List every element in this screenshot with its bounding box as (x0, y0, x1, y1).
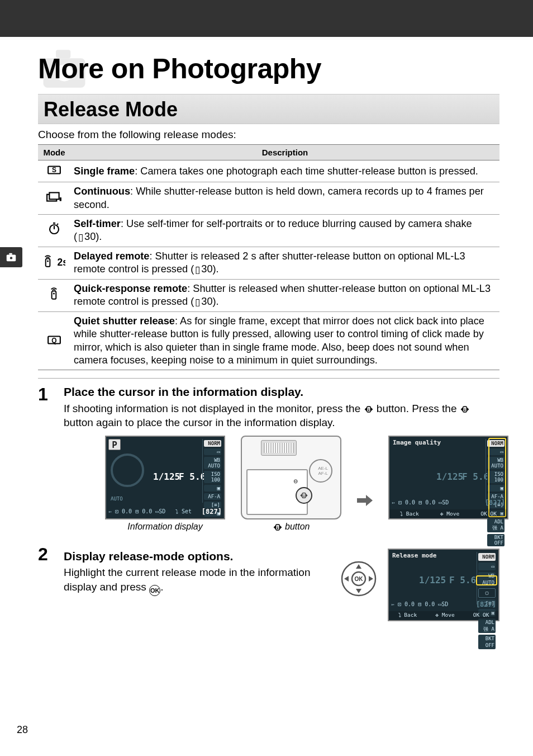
lcd-shutter-dim: 1/125 (436, 471, 463, 482)
chapter-title: More on Photography (38, 53, 499, 85)
th-desc: Description (70, 145, 499, 160)
svg-rect-9 (49, 192, 59, 199)
info-button-icon (364, 405, 374, 413)
step1-figures: P 1/125 F 5.6 AUTO NORM ▭ WB AUTO ISO 10… (105, 436, 499, 532)
mode-icon-selftimer (38, 214, 70, 247)
camera-viewfinder (261, 440, 297, 456)
step-2: 2 Display release-mode options. Highligh… (38, 544, 499, 621)
svg-point-13 (47, 260, 49, 262)
lcd-info-display: P 1/125 F 5.6 AUTO NORM ▭ WB AUTO ISO 10… (105, 436, 225, 519)
row-desc: Delayed remote: Shutter is released 2 s … (70, 247, 499, 279)
chapter-title-text: More on Photography (38, 53, 321, 84)
th-mode: Mode (38, 145, 70, 160)
arrow-icon (357, 495, 373, 506)
lcd-fnumber-dim: F 5.6 (449, 574, 476, 587)
svg-point-16 (53, 292, 55, 294)
step-text: If shooting information is not displayed… (64, 401, 499, 430)
book-icon: ▯ (77, 232, 84, 243)
section-title: Release Mode (38, 94, 499, 124)
svg-point-26 (303, 494, 304, 495)
lcd-bottom-row: ➳ ⊡ 0.0 ⊟ 0.0 ▭SD ⤵ Set [827] (108, 506, 222, 517)
info-button-on-camera (296, 487, 312, 504)
svg-point-20 (368, 408, 369, 409)
svg-text:Q: Q (51, 336, 56, 344)
svg-point-23 (464, 408, 465, 409)
intro-text: Choose from the following release modes: (38, 129, 499, 141)
table-row: Quick-response remote: Shutter is releas… (38, 280, 499, 312)
step-text: Highlight the current release mode in th… (64, 565, 330, 596)
lcd-footer: ⤵ Back ✥ Move OK OK (389, 611, 498, 620)
lcd-mode-dial: P (108, 439, 121, 450)
figure-caption: Information display (105, 522, 225, 532)
table-row: S Single frame: Camera takes one photogr… (38, 160, 499, 182)
mode-icon-quick-remote (38, 280, 70, 312)
lcd-right-col: NORM ▭ WB AUTO ISO 100 ▣ AF-A [≡] ▣ (202, 439, 222, 503)
step-number: 1 (38, 385, 54, 430)
svg-point-29 (277, 526, 278, 527)
release-mode-table: Mode Description S Single frame: Camera … (38, 144, 499, 370)
svg-rect-12 (46, 259, 50, 267)
lcd-bottom-row: ➳ ⊡ 0.0 ⊟ 0.0 ▭SD [827] (391, 599, 496, 610)
lcd-exposure-dial (111, 453, 144, 487)
step-1: 1 Place the cursor in the information di… (38, 384, 499, 430)
page-number: 28 (17, 724, 28, 736)
svg-rect-2 (9, 253, 12, 255)
mode-icon-continuous (38, 182, 70, 215)
svg-rect-15 (52, 291, 56, 299)
lcd-bottom-row: ➳ ⊡ 0.0 ⊟ 0.0 ▭SD [827] (392, 497, 505, 508)
row-desc: Quiet shutter release: As for single fra… (70, 312, 499, 370)
figure-info-display: P 1/125 F 5.6 AUTO NORM ▭ WB AUTO ISO 10… (105, 436, 225, 532)
mode-icon-quiet: Q (38, 312, 70, 370)
svg-rect-30 (277, 527, 278, 529)
svg-text:OK: OK (355, 576, 364, 582)
book-icon: ▯ (194, 264, 201, 275)
row-desc: Self-timer: Use self-timer for self-port… (70, 214, 499, 247)
lcd-image-quality: Image quality 1/125 F 5.6 NORM ▭ WB AUTO… (388, 436, 508, 519)
step-heading: Display release-mode options. (64, 549, 330, 564)
table-row: Q Quiet shutter release: As for single f… (38, 312, 499, 370)
lcd-shutter-dim: 1/125 (419, 574, 446, 587)
row-desc: Single frame: Camera takes one photograp… (70, 160, 499, 182)
book-icon: ▯ (194, 297, 201, 308)
lcd-release-mode: Release mode 1/125 F 5.6 NORM ▭ WB AUTO … (388, 549, 499, 621)
mode-icon-single: S (38, 160, 70, 182)
section-title-text: Release Mode (44, 98, 178, 121)
camera-icon (5, 251, 17, 263)
svg-rect-27 (303, 495, 304, 497)
lcd-right-col: NORM ▭ WB AUTO ISO 100 ▣ AF-A [≡] ▣ ADL … (486, 439, 506, 503)
figure-image-quality-screen: Image quality 1/125 F 5.6 NORM ▭ WB AUTO… (388, 436, 508, 519)
lcd-fnumber-dim: F 5.6 (462, 471, 489, 482)
table-row: Continuous: While shutter-release button… (38, 182, 499, 215)
lcd-shutter: 1/125 (153, 471, 180, 482)
info-button-icon (460, 405, 470, 413)
svg-rect-10 (60, 197, 61, 201)
row-desc: Quick-response remote: Shutter is releas… (70, 280, 499, 312)
lcd-fnumber: F 5.6 (179, 471, 206, 482)
header-bar (0, 0, 533, 37)
mode-icon-delayed-remote: 2s (38, 247, 70, 279)
lcd-autolabel: AUTO (111, 496, 123, 502)
multiselector-ok-illustration: OK (341, 561, 377, 597)
svg-rect-21 (368, 409, 369, 411)
lcd-screen-title: Release mode (392, 552, 436, 560)
svg-text:S: S (52, 167, 56, 174)
table-row: Self-timer: Use self-timer for self-port… (38, 214, 499, 247)
ok-button-icon: OK (149, 585, 160, 596)
lcd-right-col: NORM ▭ WB AUTO ▢ [≡] ▣ ADL 强 A BKT OFF (477, 552, 497, 604)
figure-caption: button (241, 522, 341, 532)
lcd-screen-title: Image quality (393, 439, 441, 446)
side-tab-camera (0, 247, 22, 267)
table-row: 2s Delayed remote: Shutter is released 2… (38, 247, 499, 279)
svg-point-1 (10, 257, 12, 259)
figure-camera-back: AE-LAF-L ⊖ button (241, 436, 341, 532)
row-desc: Continuous: While shutter-release button… (70, 182, 499, 215)
svg-text:2s: 2s (57, 257, 65, 268)
lcd-footer: ⤵ Back ✥ Move OK OK (389, 509, 507, 518)
step-number: 2 (38, 545, 54, 621)
svg-rect-24 (464, 409, 465, 411)
step-heading: Place the cursor in the information disp… (64, 384, 499, 400)
divider (38, 378, 499, 379)
info-button-icon (273, 523, 283, 531)
